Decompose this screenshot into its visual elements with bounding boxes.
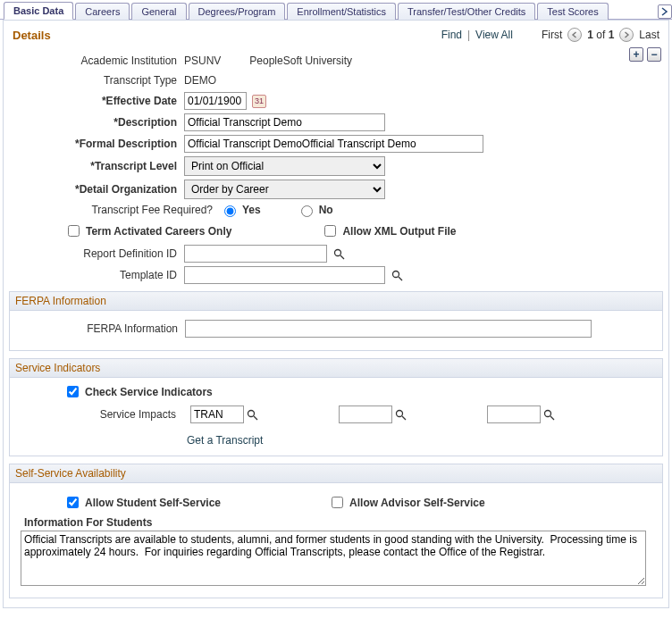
academic-institution-label: Academic Institution [14,54,184,67]
fee-required-label: Transcript Fee Required? [14,204,220,216]
service-impacts-label: Service Impacts [15,408,181,421]
detail-organization-select[interactable]: Order by Career [184,180,385,199]
add-row-button[interactable]: + [629,47,643,62]
svg-point-4 [248,410,254,416]
calendar-icon[interactable]: 31 [252,95,266,108]
transcript-level-label: *Transcript Level [14,160,184,172]
lookup-icon[interactable] [332,247,345,260]
tab-basic-data[interactable]: Basic Data [4,2,73,20]
service-impacts-input-3[interactable] [487,405,541,423]
find-link[interactable]: Find [441,29,462,41]
ferpa-header: FERPA Information [10,292,662,311]
svg-point-6 [396,410,402,416]
report-def-label: Report Definition ID [14,247,184,260]
description-label: *Description [14,116,184,129]
self-service-header: Self-Service Availability [10,464,662,483]
svg-point-8 [544,410,550,416]
tab-degrees[interactable]: Degrees/Program [189,3,286,20]
first-label[interactable]: First [542,29,562,41]
lookup-icon[interactable] [394,408,407,421]
academic-institution-code: PSUNV [184,53,221,69]
detail-organization-label: *Detail Organization [14,183,184,196]
formal-description-label: *Formal Description [14,138,184,150]
svg-point-2 [392,271,399,277]
next-row-button[interactable] [619,28,634,42]
transcript-level-select[interactable]: Print on Official [184,156,385,176]
ferpa-info-label: FERPA Information [15,322,185,335]
description-input[interactable] [184,113,385,131]
tab-test-scores[interactable]: Test Scores [537,3,608,20]
svg-line-5 [254,416,257,420]
academic-institution-desc: PeopleSoft University [249,53,352,69]
lookup-icon[interactable] [542,408,555,421]
details-title: Details [13,29,51,42]
tab-enrollment[interactable]: Enrollment/Statistics [287,3,396,20]
view-all-link[interactable]: View All [475,29,513,41]
check-service-indicators-checkbox[interactable]: Check Service Indicators [63,383,657,400]
svg-line-1 [340,255,344,259]
get-transcript-link[interactable]: Get a Transcript [15,434,657,447]
service-impacts-input-1[interactable] [190,405,244,423]
lookup-icon[interactable] [391,269,403,281]
ferpa-group: FERPA Information FERPA Information [9,291,663,351]
template-id-input[interactable] [184,266,385,284]
effective-date-input[interactable] [184,92,247,110]
tab-scroll-right-icon[interactable] [658,4,672,19]
content-box: Details Find | View All First 1 of 1 Las… [3,20,669,608]
ferpa-info-input[interactable] [185,320,592,338]
transcript-type-label: Transcript Type [14,74,184,87]
allow-advisor-self-service-checkbox[interactable]: Allow Advisor Self-Service [328,494,485,511]
service-indicators-header: Service Indicators [10,359,662,378]
self-service-group: Self-Service Availability Allow Student … [9,464,663,598]
row-count: 1 of 1 [587,29,614,41]
formal-description-input[interactable] [184,135,483,153]
delete-row-button[interactable]: − [647,47,661,62]
info-for-students-label: Information For Students [15,516,657,529]
effective-date-label: *Effective Date [14,95,184,107]
tab-bar: Basic Data Careers General Degrees/Progr… [0,0,672,20]
svg-line-7 [402,416,406,420]
fee-yes-radio[interactable]: Yes [220,203,261,217]
allow-student-self-service-checkbox[interactable]: Allow Student Self-Service [63,494,221,511]
transcript-type-value: DEMO [184,72,216,88]
tab-transfer[interactable]: Transfer/Test/Other Credits [398,3,535,20]
lookup-icon[interactable] [246,408,258,421]
template-id-label: Template ID [14,269,184,281]
term-activated-checkbox[interactable]: Term Activated Careers Only [64,222,231,239]
svg-line-3 [399,277,402,280]
svg-point-0 [334,249,340,255]
prev-row-button[interactable] [567,28,582,42]
service-impacts-input-2[interactable] [339,405,392,423]
last-label[interactable]: Last [639,29,659,41]
tab-general[interactable]: General [131,3,186,20]
tab-careers[interactable]: Careers [75,3,130,20]
service-indicators-group: Service Indicators Check Service Indicat… [9,358,663,456]
info-for-students-textarea[interactable] [21,531,646,586]
report-def-input[interactable] [184,245,327,263]
allow-xml-checkbox[interactable]: Allow XML Output File [321,222,456,239]
fee-no-radio[interactable]: No [297,203,333,217]
record-nav: Find | View All First 1 of 1 Last [441,28,659,42]
svg-line-9 [550,416,554,420]
